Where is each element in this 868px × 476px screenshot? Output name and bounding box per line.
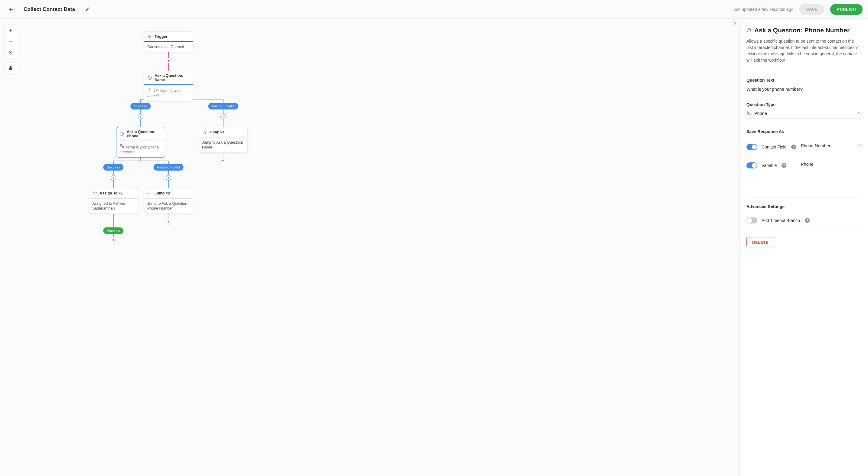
node-body: Hi! What is your name? [147,89,181,98]
contact-field-select[interactable]: Phone Number [801,142,861,151]
contact-field-toggle[interactable] [746,144,757,150]
chevron-down-icon [857,143,861,149]
node-title: Trigger [155,34,167,39]
add-step-button[interactable]: + [220,114,226,120]
page-title: Collect Contact Data [24,6,75,12]
svg-point-5 [122,135,122,135]
node-trigger[interactable]: Trigger Conversation Opened [144,31,193,52]
node-body: Conversation Opened [144,42,193,52]
flow-connectors [0,19,740,476]
pill-success: Success [103,164,123,170]
node-ask-phone[interactable]: Ask a Question: Phone … What is your pho… [116,127,165,158]
node-title: Jump #2 [155,191,170,195]
edit-title-button[interactable] [83,5,92,14]
add-step-button[interactable]: + [166,58,171,63]
last-updated-status: Last updated a few seconds ago [733,7,794,12]
add-step-button[interactable]: + [111,175,116,181]
text-icon [147,87,152,92]
question-icon [147,75,152,80]
node-body: Jump to Ask a Question: Name [199,137,247,152]
jump-icon [147,191,152,196]
variable-toggle[interactable] [746,162,757,168]
phone-icon [120,144,124,149]
save-button[interactable]: SAVE [799,4,824,15]
question-text-input[interactable] [746,86,861,94]
contact-field-label: Contact Field [762,145,786,149]
add-step-button[interactable]: + [111,237,116,242]
save-as-label: Save Response As [746,129,861,134]
back-button[interactable] [7,5,16,14]
bolt-icon [147,34,152,39]
question-type-select[interactable]: Phone [746,110,861,119]
contact-field-value: Phone Number [801,144,831,148]
question-icon [120,132,124,136]
jump-icon [202,130,207,134]
node-ask-name[interactable]: Ask a Question: Name Hi! What is your na… [144,71,193,101]
timeout-branch-label: Add Timeout Branch [762,218,800,223]
pill-failure: Failure: Invalid [208,103,238,109]
app-header: Collect Contact Data Last updated a few … [0,0,868,19]
node-title: Assign To #1 [99,191,123,195]
svg-point-6 [93,192,95,193]
question-type-value: Phone [754,111,767,116]
advanced-settings-label: Advanced Settings [746,204,861,209]
node-title: Ask a Question: Name [155,73,190,82]
node-body: What is your phone number? [120,145,159,154]
panel-description: Allows a specific question to be sent to… [746,38,861,64]
node-jump-1[interactable]: Jump #1 Jump to Ask a Question: Name [199,127,248,153]
timeout-toggle[interactable] [746,217,757,223]
node-title: Jump #1 [209,130,225,134]
publish-button[interactable]: PUBLISH [830,4,863,15]
detail-panel: Ask a Question: Phone Number Allows a sp… [740,19,868,476]
panel-title-row: Ask a Question: Phone Number [746,27,861,34]
help-icon[interactable]: ? [781,163,786,168]
flow-canvas[interactable]: Trigger Conversation Opened + Ask a Ques… [0,19,740,476]
collapse-panel-button[interactable] [730,19,740,28]
question-type-label: Question Type [746,102,861,107]
chevron-down-icon [857,111,861,116]
delete-button[interactable]: DELETE [746,237,774,247]
panel-title: Ask a Question: Phone Number [754,27,849,34]
node-body: Jump to Ask a Question: Phone Number [144,198,193,214]
svg-point-8 [748,31,749,31]
question-text-label: Question Text [746,78,861,83]
node-title: Ask a Question: Phone … [127,130,162,138]
variable-input[interactable] [801,162,861,169]
help-icon[interactable]: ? [805,218,810,223]
pill-success: Success [103,227,123,234]
node-assign[interactable]: Assign To #1 Assigned to Ashwin Sadanant… [89,188,138,214]
node-jump-2[interactable]: Jump #2 Jump to Ask a Question: Phone Nu… [144,188,193,214]
add-step-button[interactable]: + [220,158,226,163]
add-step-button[interactable]: + [138,114,143,120]
add-step-button[interactable]: + [166,175,171,181]
question-icon [746,27,751,34]
add-step-button[interactable]: + [166,219,171,225]
pill-success: Success [130,103,151,109]
assign-icon [92,191,97,196]
svg-point-3 [149,78,150,79]
node-body: Assigned to Ashwin Sadananthan [89,198,137,214]
help-icon[interactable]: ? [791,145,796,149]
variable-label: Variable [762,163,777,168]
pill-failure: Failure: Invalid [154,164,184,170]
phone-icon [746,111,751,116]
